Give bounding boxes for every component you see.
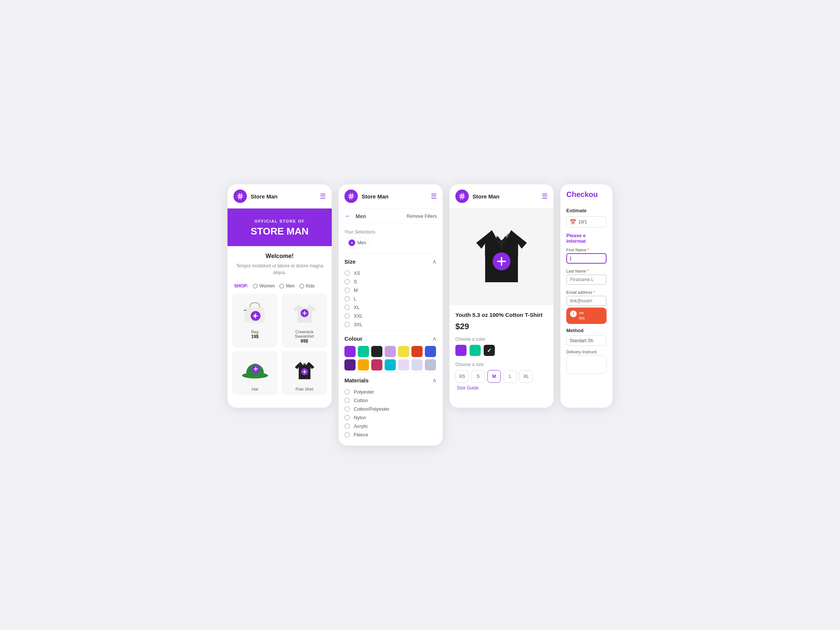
toast-notification: ! wethis [566, 308, 606, 324]
svg-point-7 [501, 247, 502, 249]
swatch-pink[interactable] [371, 359, 382, 371]
filter-nylon[interactable]: Nylon [344, 413, 437, 422]
menu-icon-filter[interactable]: ☰ [431, 192, 437, 201]
remove-filters-btn[interactable]: Remove Filters [407, 214, 437, 219]
filter-nav: ← Men Remove Filters [338, 208, 443, 224]
logo-filter [344, 189, 358, 203]
email-input[interactable] [566, 296, 606, 306]
product-hat[interactable]: Hat [232, 351, 278, 395]
filter-m[interactable]: M [344, 286, 437, 295]
menu-icon-product[interactable]: ☰ [542, 192, 548, 201]
swatch-purple[interactable] [344, 346, 355, 357]
tag-remove-men[interactable]: ✕ [349, 239, 355, 246]
back-arrow[interactable]: ← [344, 212, 351, 220]
filter-fleece[interactable]: Fleece [344, 430, 437, 439]
filter-cotton[interactable]: Cotton [344, 396, 437, 405]
product-sweatshirt-price: 89$ [300, 338, 308, 344]
size-l[interactable]: L [504, 370, 517, 383]
swatch-blue[interactable] [425, 346, 436, 357]
logo-home [234, 189, 247, 203]
radio-3xl [344, 322, 350, 327]
delivery-textarea[interactable] [566, 355, 606, 374]
product-polo-img [288, 355, 321, 385]
filter-xs[interactable]: XS [344, 269, 437, 277]
chevron-colour[interactable]: ∧ [432, 335, 437, 342]
color-black-selected[interactable]: ✓ [484, 345, 495, 356]
app-title-home: Store Man [251, 193, 320, 200]
shop-label: SHOP: [234, 283, 248, 289]
calendar-icon: 📅 [570, 219, 576, 225]
filter-cotton-poly[interactable]: Cotton/Polyester [344, 405, 437, 413]
shop-row: SHOP: Women Men Kids [227, 279, 332, 294]
hash-icon [237, 193, 244, 200]
product-bag[interactable]: Bag 19$ [232, 294, 278, 347]
product-info: Youth 5.3 oz 100% Cotton T-Shirt $29 Cho… [449, 305, 554, 398]
filter-s[interactable]: S [344, 277, 437, 286]
first-name-input[interactable] [566, 253, 606, 264]
app-title-product: Store Man [472, 193, 542, 200]
shop-kids[interactable]: Kids [299, 283, 315, 289]
selections-label: Your Selections [344, 229, 437, 235]
menu-icon-home[interactable]: ☰ [320, 192, 326, 201]
chevron-materials[interactable]: ∧ [432, 377, 437, 384]
color-green[interactable] [469, 345, 481, 356]
size-s[interactable]: S [471, 370, 485, 383]
radio-nylon [344, 415, 350, 420]
swatch-black[interactable] [371, 346, 382, 357]
swatch-green[interactable] [358, 346, 369, 357]
method-label: Method [566, 328, 606, 333]
size-guide-link[interactable]: Size Guide [457, 385, 479, 391]
radio-acrylic [344, 423, 350, 429]
size-options: XS S M L XL Size Guide [455, 370, 548, 391]
size-m-selected[interactable]: M [487, 370, 501, 383]
swatch-pale-purple[interactable] [398, 359, 409, 371]
hero-subtitle: OFFICIAL STORE OF [235, 219, 324, 223]
hash-icon-filter [347, 193, 355, 200]
swatch-gray-blue[interactable] [425, 359, 436, 371]
filter-polyester[interactable]: Polyester [344, 388, 437, 396]
swatch-dark-purple[interactable] [344, 359, 355, 371]
last-name-input[interactable] [566, 275, 606, 285]
first-name-label: First Name * [566, 248, 606, 252]
product-detail-price: $29 [455, 322, 548, 332]
method-select[interactable]: Standart Sh [566, 335, 606, 346]
filter-l[interactable]: L [344, 295, 437, 303]
product-sweatshirt[interactable]: Crewneck Sweatshirt 89$ [281, 294, 327, 347]
filter-xxl[interactable]: XXL [344, 312, 437, 320]
swatch-cyan[interactable] [385, 359, 396, 371]
product-polo-name: Polo Shirt [296, 387, 314, 392]
product-polo[interactable]: Polo Shirt [281, 351, 327, 395]
product-sweatshirt-name: Crewneck Sweatshirt [285, 330, 324, 338]
filter-size-header: Size ∧ [344, 258, 437, 265]
swatch-pale-blue[interactable] [411, 359, 423, 371]
shop-women[interactable]: Women [253, 283, 275, 289]
screen-checkout: Checkou Estimate 📅 10/1 Please einformat… [561, 184, 613, 408]
tag-men-label: Men [357, 240, 366, 245]
radio-cotton-poly [344, 406, 350, 412]
email-label: Email address * [566, 290, 606, 295]
swatch-yellow[interactable] [398, 346, 409, 357]
shop-kids-label: Kids [306, 283, 315, 289]
delivery-label: Delivery Instructi [566, 350, 606, 354]
swatch-lavender[interactable] [385, 346, 396, 357]
color-purple[interactable] [455, 345, 467, 356]
radio-women [253, 284, 258, 289]
product-hat-img [238, 355, 272, 385]
filter-3xl[interactable]: 3XL [344, 320, 437, 329]
filter-xl[interactable]: XL [344, 303, 437, 312]
date-input[interactable]: 📅 10/1 [566, 216, 606, 227]
shop-men[interactable]: Men [279, 283, 295, 289]
filter-colour-section: Colour ∧ [344, 330, 437, 371]
screen-home: Store Man ☰ OFFICIAL STORE OF STORE MAN … [227, 184, 332, 408]
size-xl[interactable]: XL [519, 370, 533, 383]
radio-cotton [344, 398, 350, 403]
header-home: Store Man ☰ [227, 184, 332, 208]
filter-acrylic[interactable]: Acrylic [344, 422, 437, 430]
please-enter-text: Please einformat [566, 233, 606, 244]
date-value: 10/1 [578, 219, 587, 224]
swatch-red[interactable] [411, 346, 423, 357]
toast-icon: ! [570, 311, 577, 317]
chevron-size[interactable]: ∧ [432, 258, 437, 265]
swatch-orange[interactable] [358, 359, 369, 371]
size-xs[interactable]: XS [455, 370, 469, 383]
